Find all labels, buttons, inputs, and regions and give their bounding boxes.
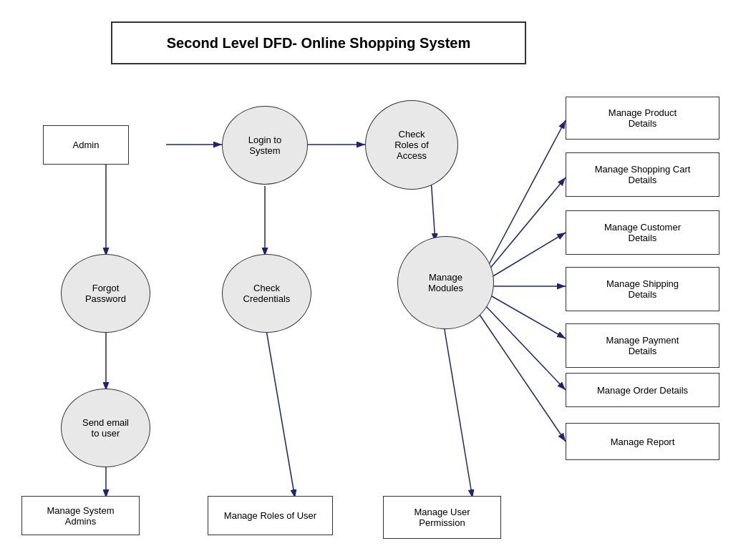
manage-modules-node: Manage Modules — [397, 236, 494, 329]
manage-system-admins-node: Manage System Admins — [21, 496, 140, 535]
check-credentials-node: Check Credentials — [222, 254, 311, 333]
diagram-title: Second Level DFD- Online Shopping System — [111, 21, 526, 64]
svg-line-10 — [487, 120, 566, 268]
manage-roles-user-node: Manage Roles of User — [208, 496, 333, 535]
svg-line-14 — [487, 293, 566, 338]
manage-report-node: Manage Report — [566, 423, 719, 460]
svg-line-12 — [488, 233, 566, 279]
forgot-password-node: Forgot Password — [61, 254, 150, 333]
manage-shipping-node: Manage Shipping Details — [566, 267, 719, 311]
login-node: Login to System — [222, 106, 308, 185]
manage-payment-node: Manage Payment Details — [566, 323, 719, 368]
svg-line-11 — [488, 177, 566, 270]
manage-user-permission-node: Manage User Permission — [383, 496, 501, 539]
manage-order-node: Manage Order Details — [566, 373, 719, 407]
manage-shopping-cart-node: Manage Shopping Cart Details — [566, 152, 719, 197]
svg-line-15 — [484, 304, 566, 390]
diagram-container: Second Level DFD- Online Shopping System — [0, 0, 756, 556]
svg-line-8 — [265, 322, 295, 498]
manage-customer-node: Manage Customer Details — [566, 210, 719, 255]
admin-node: Admin — [43, 125, 129, 165]
svg-line-9 — [444, 326, 472, 498]
send-email-node: Send email to user — [61, 389, 150, 467]
svg-line-16 — [480, 315, 566, 442]
manage-product-node: Manage Product Details — [566, 97, 719, 140]
check-roles-access-node: Check Roles of Access — [365, 100, 458, 190]
